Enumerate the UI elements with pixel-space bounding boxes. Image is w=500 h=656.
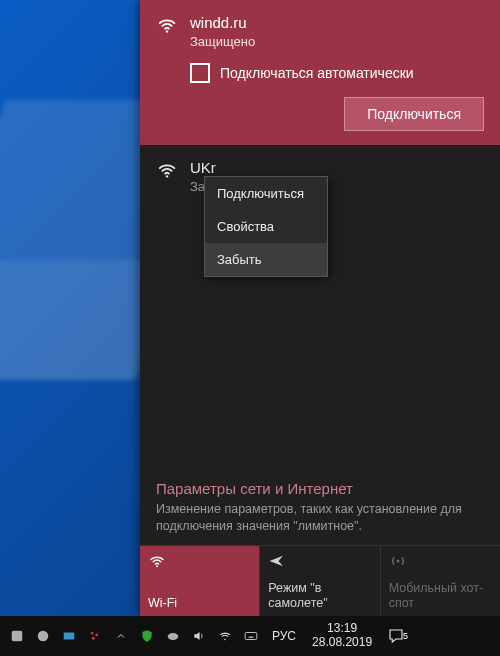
- network-flyout: windd.ru Защищено Подключаться автоматич…: [140, 0, 500, 616]
- taskbar: РУС 13:19 28.08.2019 5: [0, 616, 500, 656]
- network-status: Защищено: [190, 34, 255, 49]
- tile-hotspot[interactable]: Мобильный хот-спот: [380, 546, 500, 616]
- auto-connect-checkbox[interactable]: [190, 63, 210, 83]
- network-item-selected[interactable]: windd.ru Защищено Подключаться автоматич…: [140, 0, 500, 145]
- clock[interactable]: 13:19 28.08.2019: [306, 622, 378, 650]
- tray-network-icon[interactable]: [214, 622, 236, 650]
- tray-keyboard-icon[interactable]: [240, 622, 262, 650]
- auto-connect-row[interactable]: Подключаться автоматически: [190, 63, 484, 83]
- svg-rect-6: [64, 633, 75, 640]
- menu-item-forget[interactable]: Забыть: [205, 243, 327, 276]
- network-settings-link[interactable]: Параметры сети и Интернет Изменение пара…: [140, 472, 500, 545]
- tray-chevron-up-icon[interactable]: [110, 622, 132, 650]
- tile-label: Режим "в самолете": [268, 581, 371, 610]
- network-context-menu: Подключиться Свойства Забыть: [204, 176, 328, 277]
- svg-point-1: [166, 175, 168, 177]
- tile-label: Wi-Fi: [148, 596, 251, 610]
- menu-item-connect[interactable]: Подключиться: [205, 177, 327, 210]
- tile-label: Мобильный хот-спот: [389, 581, 492, 610]
- tray-onedrive-icon[interactable]: [162, 622, 184, 650]
- clock-date: 28.08.2019: [312, 636, 372, 650]
- tray-steam-icon[interactable]: [32, 622, 54, 650]
- tray-security-icon[interactable]: [136, 622, 158, 650]
- menu-item-properties[interactable]: Свойства: [205, 210, 327, 243]
- airplane-icon: [268, 552, 371, 570]
- tray-volume-icon[interactable]: [188, 622, 210, 650]
- quick-tiles: Wi-Fi Режим "в самолете" Мобильный хот-с…: [140, 545, 500, 616]
- wifi-icon: [156, 159, 178, 181]
- language-indicator[interactable]: РУС: [266, 629, 302, 643]
- svg-rect-4: [12, 631, 23, 642]
- svg-point-3: [396, 560, 399, 563]
- clock-time: 13:19: [312, 622, 372, 636]
- tray-app-icon[interactable]: [84, 622, 106, 650]
- tile-airplane[interactable]: Режим "в самолете": [259, 546, 379, 616]
- tray-logitech-icon[interactable]: [6, 622, 28, 650]
- svg-point-5: [38, 631, 49, 642]
- svg-point-9: [92, 637, 95, 640]
- svg-point-11: [224, 639, 226, 641]
- svg-point-2: [156, 565, 158, 567]
- settings-title: Параметры сети и Интернет: [156, 480, 484, 497]
- svg-point-7: [91, 632, 94, 635]
- network-ssid: UKr: [190, 159, 216, 177]
- auto-connect-label: Подключаться автоматически: [220, 65, 414, 81]
- svg-rect-12: [245, 633, 257, 640]
- connect-button[interactable]: Подключиться: [344, 97, 484, 131]
- wifi-icon: [156, 14, 178, 36]
- hotspot-icon: [389, 552, 492, 570]
- network-ssid: windd.ru: [190, 14, 255, 32]
- settings-description: Изменение параметров, таких как установл…: [156, 501, 484, 535]
- svg-point-10: [168, 633, 179, 640]
- action-center-icon[interactable]: 5: [382, 627, 410, 645]
- svg-point-8: [95, 633, 98, 636]
- notification-count: 5: [403, 631, 408, 641]
- tile-wifi[interactable]: Wi-Fi: [140, 546, 259, 616]
- svg-point-0: [166, 30, 168, 32]
- tray-explorer-icon[interactable]: [58, 622, 80, 650]
- wifi-icon: [148, 552, 251, 570]
